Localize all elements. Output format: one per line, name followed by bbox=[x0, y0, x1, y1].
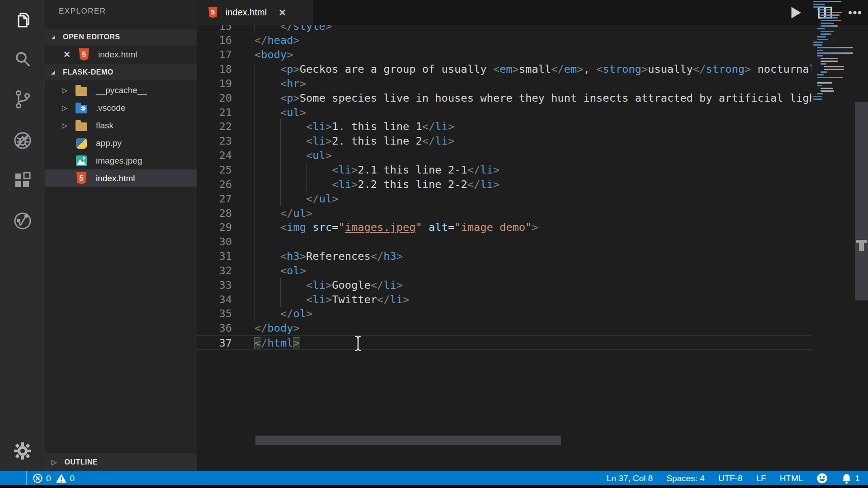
code-line-26[interactable]: 26 <li>2.2 this line 2-2</li> bbox=[197, 177, 811, 192]
line-number[interactable]: 15 bbox=[201, 25, 232, 33]
line-number[interactable]: 20 bbox=[201, 91, 232, 105]
chevron-collapsed-icon[interactable]: ▷ bbox=[62, 86, 69, 94]
close-editor-icon[interactable]: ✕ bbox=[63, 49, 71, 60]
line-number[interactable]: 26 bbox=[201, 177, 232, 192]
line-number[interactable]: 16 bbox=[201, 33, 232, 47]
line-number[interactable]: 24 bbox=[201, 148, 232, 163]
code-line-22[interactable]: 22 <li>1. this line 1</li> bbox=[197, 119, 811, 134]
line-number[interactable]: 25 bbox=[201, 163, 232, 177]
code-line-15[interactable]: 15 </style> bbox=[197, 25, 811, 33]
tree-item-app-py[interactable]: app.py bbox=[45, 134, 197, 152]
source-control-icon[interactable] bbox=[12, 89, 33, 110]
indentation-setting[interactable]: Spaces: 4 bbox=[666, 474, 705, 483]
line-number[interactable]: 30 bbox=[201, 235, 232, 249]
code-line-text: <hr> bbox=[255, 76, 306, 91]
minimap[interactable] bbox=[811, 1, 855, 182]
open-editors-header[interactable]: OPEN EDITORS bbox=[45, 29, 197, 45]
minimap-line bbox=[813, 6, 825, 8]
minimap-line bbox=[817, 55, 823, 56]
line-number[interactable]: 35 bbox=[201, 306, 232, 321]
settings-gear-icon[interactable] bbox=[12, 441, 33, 461]
outline-header[interactable]: ▷ OUTLINE bbox=[45, 453, 197, 471]
problems-warnings[interactable]: 0 bbox=[56, 473, 75, 483]
minimap-line bbox=[817, 47, 853, 48]
code-line-30[interactable]: 30 bbox=[197, 235, 811, 249]
code-line-16[interactable]: 16</head> bbox=[197, 33, 811, 47]
line-number[interactable]: 34 bbox=[201, 292, 232, 307]
tab-index-html[interactable]: 5 index.html ✕ bbox=[197, 0, 313, 25]
project-folder-header[interactable]: FLASK-DEMO bbox=[45, 64, 197, 80]
tree-item-flask[interactable]: ▷flask bbox=[45, 117, 197, 134]
code-line-19[interactable]: 19 <hr> bbox=[197, 76, 811, 91]
line-number[interactable]: 32 bbox=[201, 263, 232, 278]
vertical-scrollbar[interactable] bbox=[855, 102, 868, 300]
code-line-35[interactable]: 35 </ol> bbox=[197, 306, 811, 321]
search-icon[interactable] bbox=[12, 49, 33, 70]
line-number[interactable]: 21 bbox=[201, 105, 232, 120]
line-number[interactable]: 27 bbox=[201, 192, 232, 206]
code-editor[interactable]: 15 </style>16</head>17<body>18 <p>Geckos… bbox=[197, 25, 811, 460]
open-editor-item[interactable]: ✕ 5 index.html bbox=[45, 46, 197, 63]
run-button[interactable] bbox=[787, 4, 804, 21]
file-encoding[interactable]: UTF-8 bbox=[718, 474, 743, 483]
line-number[interactable]: 17 bbox=[201, 47, 232, 62]
line-number[interactable]: 33 bbox=[201, 278, 232, 292]
tree-item--vscode[interactable]: ▷.vscode bbox=[45, 99, 197, 117]
code-line-27[interactable]: 27 </ul> bbox=[197, 192, 811, 206]
line-number[interactable]: 37 bbox=[201, 336, 232, 350]
error-count: 0 bbox=[46, 474, 51, 483]
code-line-18[interactable]: 18 <p>Geckos are a group of usually <em>… bbox=[197, 62, 811, 76]
cursor-position[interactable]: Ln 37, Col 8 bbox=[607, 474, 653, 483]
feedback-smiley-icon[interactable] bbox=[816, 473, 828, 484]
line-number[interactable]: 28 bbox=[201, 206, 232, 221]
chevron-collapsed-icon[interactable]: ▷ bbox=[62, 122, 69, 130]
line-number[interactable]: 19 bbox=[201, 76, 232, 91]
minimap-line bbox=[821, 90, 834, 92]
tree-item-index-html[interactable]: 5index.html bbox=[45, 169, 197, 187]
code-line-17[interactable]: 17<body> bbox=[197, 47, 811, 62]
minimap-line bbox=[821, 20, 841, 21]
end-of-line[interactable]: LF bbox=[756, 474, 766, 483]
window-edge bbox=[0, 485, 868, 488]
line-number[interactable]: 18 bbox=[201, 62, 232, 76]
code-line-21[interactable]: 21 <ul> bbox=[197, 105, 811, 120]
line-number[interactable]: 31 bbox=[201, 249, 232, 263]
explorer-icon[interactable] bbox=[12, 10, 33, 31]
code-line-text: <body> bbox=[255, 47, 293, 62]
live-share-icon[interactable] bbox=[12, 211, 33, 231]
code-line-text: <li>Google</li> bbox=[255, 278, 403, 292]
line-number[interactable]: 22 bbox=[201, 119, 232, 134]
horizontal-scrollbar[interactable] bbox=[255, 436, 561, 445]
line-number[interactable]: 23 bbox=[201, 134, 232, 148]
editor-group: 5 index.html ✕ 15 </style>16</head>17<b bbox=[197, 0, 868, 471]
code-line-31[interactable]: 31 <h3>References</h3> bbox=[197, 249, 811, 263]
chevron-collapsed-icon[interactable]: ▷ bbox=[62, 104, 69, 112]
code-line-32[interactable]: 32 <ol> bbox=[197, 263, 811, 278]
line-number[interactable]: 36 bbox=[201, 321, 232, 335]
code-line-37[interactable]: 37</html> bbox=[197, 335, 811, 350]
code-line-text: <img src="images.jpeg" alt="image demo"> bbox=[255, 220, 538, 235]
line-number[interactable]: 29 bbox=[201, 220, 232, 235]
code-line-36[interactable]: 36</body> bbox=[197, 321, 811, 335]
tab-close-icon[interactable]: ✕ bbox=[278, 7, 286, 18]
html5-file-icon: 5 bbox=[78, 48, 90, 61]
notifications-bell[interactable]: 1 bbox=[841, 473, 860, 484]
language-mode[interactable]: HTML bbox=[780, 474, 803, 483]
debug-disabled-icon[interactable] bbox=[12, 130, 33, 151]
tree-item-images-jpeg[interactable]: images.jpeg bbox=[45, 152, 197, 169]
tree-item--pycache-[interactable]: ▷__pycache__ bbox=[45, 81, 197, 99]
code-line-34[interactable]: 34 <li>Twitter</li> bbox=[197, 292, 811, 307]
code-line-28[interactable]: 28 </ul> bbox=[197, 206, 811, 221]
code-line-33[interactable]: 33 <li>Google</li> bbox=[197, 278, 811, 292]
minimap-line bbox=[821, 71, 827, 73]
code-line-20[interactable]: 20 <p>Some species live in houses where … bbox=[197, 91, 811, 105]
code-line-24[interactable]: 24 <ul> bbox=[197, 148, 811, 163]
code-line-23[interactable]: 23 <li>2. this line 2</li> bbox=[197, 134, 811, 148]
code-line-25[interactable]: 25 <li>2.1 this line 2-1</li> bbox=[197, 163, 811, 177]
minimap-line bbox=[821, 88, 833, 89]
problems-errors[interactable]: 0 bbox=[33, 473, 51, 483]
extensions-icon[interactable] bbox=[12, 170, 33, 191]
tree-item-label: app.py bbox=[96, 138, 122, 148]
code-line-29[interactable]: 29 <img src="images.jpeg" alt="image dem… bbox=[197, 220, 811, 235]
code-line-text: </ul> bbox=[255, 206, 312, 221]
